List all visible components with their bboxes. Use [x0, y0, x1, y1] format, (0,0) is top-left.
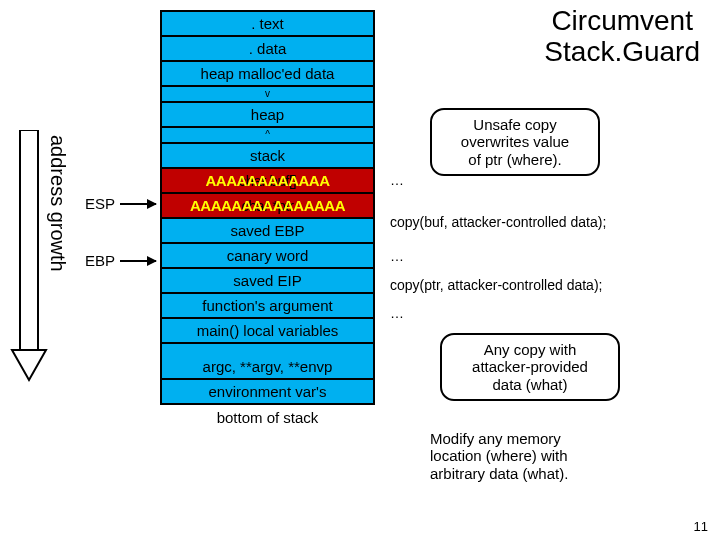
title-line1: Circumvent	[551, 5, 693, 36]
cell-buf-overflow-data: AAAAAAAAAAAA	[206, 172, 330, 189]
ebp-arrow-icon	[120, 260, 156, 262]
esp-label: ESP	[85, 195, 115, 212]
cell-argc: argc, **argv, **envp	[160, 355, 375, 380]
cell-ptr-overflow-data: AAAAAAAAAAAAAAA	[190, 197, 345, 214]
bubble2-l3: data (what)	[492, 376, 567, 393]
address-growth-label: address growth	[46, 135, 69, 272]
cell-text-segment: . text	[160, 10, 375, 37]
cell-data-segment: . data	[160, 37, 375, 62]
cell-heap-malloc: heap malloc'ed data	[160, 62, 375, 87]
ebp-label: EBP	[85, 252, 115, 269]
cell-buf-overflow: char buf[] AAAAAAAAAAAA	[160, 169, 375, 194]
svg-rect-0	[20, 130, 38, 350]
cell-envvar: environment var's	[160, 380, 375, 405]
bubble3-l1: Modify any memory	[430, 430, 561, 447]
cell-saved-ebp: saved EBP	[160, 219, 375, 244]
esp-arrow-icon	[120, 203, 156, 205]
memory-layout-diagram: . text . data heap malloc'ed data v heap…	[160, 10, 375, 426]
cell-heap: heap	[160, 103, 375, 128]
bubble3-l3: arbitrary data (what).	[430, 465, 568, 482]
cell-gap	[160, 344, 375, 355]
cell-canary: canary word	[160, 244, 375, 269]
bubble1-l3: of ptr (where).	[468, 151, 561, 168]
ann-copy-ptr: copy(ptr, attacker-controlled data);	[390, 277, 602, 293]
bubble2-l1: Any copy with	[484, 341, 577, 358]
cell-ptr-overflow: char *ptr AAAAAAAAAAAAAAA	[160, 194, 375, 219]
bubble2-l2: attacker-provided	[472, 358, 588, 375]
note-modify-memory: Modify any memory location (where) with …	[430, 430, 640, 482]
bubble1-l2: overwrites value	[461, 133, 569, 150]
ann-dots-1: …	[390, 172, 404, 188]
bubble-any-copy: Any copy with attacker-provided data (wh…	[440, 333, 620, 401]
cell-func-arg: function's argument	[160, 294, 375, 319]
bottom-of-stack-label: bottom of stack	[160, 409, 375, 426]
title-line2: Stack.Guard	[544, 36, 700, 67]
svg-marker-1	[12, 350, 46, 380]
slide-title: Circumvent Stack.Guard	[544, 6, 700, 68]
ann-dots-3: …	[390, 305, 404, 321]
ann-copy-buf: copy(buf, attacker-controlled data);	[390, 214, 606, 230]
bubble3-l2: location (where) with	[430, 447, 568, 464]
cell-saved-eip: saved EIP	[160, 269, 375, 294]
cell-stack: stack	[160, 144, 375, 169]
cell-stack-grow-up: ^	[160, 128, 375, 144]
slide-number: 11	[694, 519, 708, 534]
ann-dots-2: …	[390, 248, 404, 264]
bubble-unsafe-copy: Unsafe copy overwrites value of ptr (whe…	[430, 108, 600, 176]
cell-main-locals: main() local variables	[160, 319, 375, 344]
cell-heap-grow-down: v	[160, 87, 375, 103]
bubble1-l1: Unsafe copy	[473, 116, 556, 133]
